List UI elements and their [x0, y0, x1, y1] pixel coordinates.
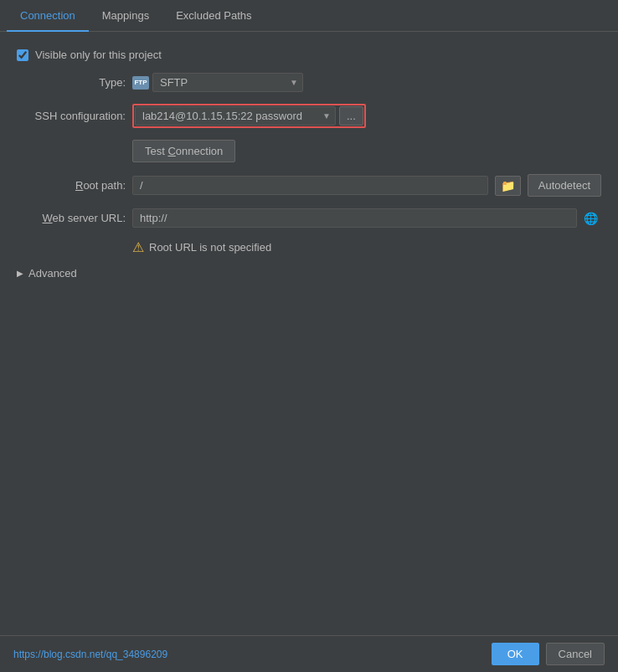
type-select-wrap-inner: SFTP FTP Local ▼ [152, 73, 303, 92]
ssh-config-select[interactable]: lab214@10.1.15.15:22 password [135, 106, 336, 126]
root-path-label: Root path: [17, 179, 126, 192]
autodetect-button[interactable]: Autodetect [528, 174, 601, 197]
test-connection-row: Test Connection [17, 140, 601, 162]
test-connection-button[interactable]: Test Connection [132, 140, 235, 162]
tab-mappings[interactable]: Mappings [89, 1, 162, 32]
ssh-config-row: SSH configuration: lab214@10.1.15.15:22 … [17, 104, 601, 128]
folder-browse-button[interactable]: 📁 [495, 176, 521, 196]
warning-text: Root URL is not specified [149, 241, 271, 254]
sftp-icon: FTP [132, 76, 149, 90]
globe-icon: 🌐 [580, 210, 601, 227]
visible-only-row: Visible only for this project [17, 49, 601, 61]
ssh-config-label: SSH configuration: [17, 110, 126, 122]
advanced-section[interactable]: ▶ Advanced [17, 267, 601, 280]
warning-row: ⚠ Root URL is not specified [132, 239, 601, 255]
tab-bar: Connection Mappings Excluded Paths [0, 0, 618, 32]
visible-only-checkbox[interactable] [17, 49, 28, 61]
web-server-url-label: Web server URL: [17, 212, 126, 224]
folder-icon: 📁 [501, 179, 515, 192]
tab-excluded-paths[interactable]: Excluded Paths [162, 1, 265, 32]
url-input-wrap: 🌐 [132, 208, 601, 228]
cancel-button[interactable]: Cancel [546, 643, 605, 665]
test-connection-label: Test Connection [145, 145, 223, 157]
advanced-label: Advanced [28, 267, 77, 280]
root-path-row: Root path: 📁 Autodetect [17, 174, 601, 197]
ssh-config-edit-button[interactable]: ... [339, 106, 363, 126]
type-select-wrap: FTP SFTP FTP Local ▼ [132, 73, 303, 92]
advanced-chevron-icon: ▶ [17, 269, 23, 278]
url-hint: https://blog.csdn.net/qq_34896209 [13, 649, 485, 660]
type-select[interactable]: SFTP FTP Local [152, 73, 303, 92]
content-area: Visible only for this project Type: FTP … [0, 32, 618, 635]
web-server-url-input[interactable] [132, 208, 577, 228]
ssh-config-highlighted: lab214@10.1.15.15:22 password ▼ ... [132, 104, 366, 128]
type-row: Type: FTP SFTP FTP Local ▼ [17, 73, 601, 92]
tab-connection[interactable]: Connection [7, 1, 89, 32]
warning-icon: ⚠ [132, 239, 144, 255]
dialog: Connection Mappings Excluded Paths Visib… [0, 0, 618, 672]
bottom-bar: https://blog.csdn.net/qq_34896209 OK Can… [0, 635, 618, 672]
visible-only-label: Visible only for this project [35, 49, 162, 61]
ssh-select-wrap: lab214@10.1.15.15:22 password ▼ [135, 106, 336, 126]
ok-button[interactable]: OK [492, 643, 539, 665]
web-server-url-row: Web server URL: 🌐 [17, 208, 601, 228]
root-path-input[interactable] [132, 176, 488, 195]
type-label: Type: [17, 76, 126, 89]
